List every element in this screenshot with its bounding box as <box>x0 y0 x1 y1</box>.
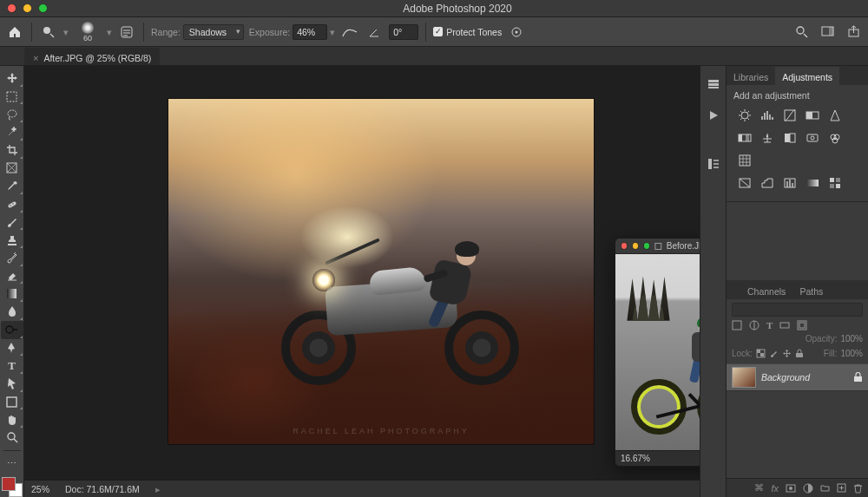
path-select-tool[interactable] <box>1 375 23 393</box>
float-zoom-button[interactable] <box>643 242 650 250</box>
adjustments-panel: Add an adjustment <box>727 85 868 201</box>
tab-libraries[interactable]: Libraries <box>727 67 775 85</box>
tab-channels[interactable]: Channels <box>740 281 792 299</box>
photo-filter-icon[interactable] <box>805 130 820 146</box>
zoom-level[interactable]: 25% <box>31 484 49 494</box>
levels-icon[interactable] <box>760 108 775 123</box>
window-close-button[interactable] <box>7 3 16 13</box>
brush-tool[interactable] <box>1 213 23 232</box>
svg-rect-28 <box>739 134 742 141</box>
exposure-field[interactable]: 46% <box>293 24 327 40</box>
filter-shape-icon[interactable] <box>779 320 790 330</box>
pen-tool[interactable] <box>1 339 23 357</box>
search-icon[interactable] <box>792 23 811 42</box>
gradient-tool[interactable] <box>1 284 23 303</box>
document-tab[interactable]: × After.JPG @ 25% (RGB/8) <box>24 48 160 65</box>
new-layer-icon[interactable] <box>837 483 846 493</box>
group-icon[interactable] <box>820 483 830 493</box>
lock-all-icon[interactable] <box>795 349 804 358</box>
adj-layer-icon[interactable] <box>803 483 813 494</box>
window-zoom-button[interactable] <box>38 3 48 13</box>
frame-tool[interactable] <box>1 160 23 178</box>
window-minimize-button[interactable] <box>23 3 32 13</box>
invert-icon[interactable] <box>737 175 753 191</box>
type-tool[interactable]: T <box>1 356 23 375</box>
mask-icon[interactable] <box>786 483 796 494</box>
eyedropper-tool[interactable] <box>1 177 23 195</box>
layer-thumbnail[interactable] <box>732 367 756 388</box>
lock-paint-icon[interactable] <box>769 349 779 358</box>
zoom-tool[interactable] <box>1 428 23 447</box>
floating-window-titlebar[interactable]: Before.JPG @ 16.7% (RGB/... <box>615 239 700 254</box>
dodge-tool[interactable] <box>1 321 23 339</box>
color-balance-icon[interactable] <box>760 130 775 146</box>
color-lookup-icon[interactable] <box>737 153 753 168</box>
curves-icon[interactable] <box>782 108 798 123</box>
filter-adj-icon[interactable] <box>749 320 760 330</box>
filter-type-icon[interactable]: T <box>766 320 773 330</box>
trash-icon[interactable] <box>853 483 863 494</box>
marquee-tool[interactable] <box>1 88 23 106</box>
tab-layers-hidden[interactable] <box>727 291 740 299</box>
close-tab-icon[interactable]: × <box>33 53 38 63</box>
brightness-contrast-icon[interactable] <box>737 108 753 123</box>
svg-rect-53 <box>760 353 764 356</box>
airbrush-icon[interactable] <box>340 23 359 42</box>
share-icon[interactable] <box>844 23 863 42</box>
svg-rect-54 <box>796 353 803 357</box>
brush-preview[interactable]: 60 <box>74 20 102 44</box>
angle-field[interactable]: 0° <box>389 24 418 40</box>
posterize-icon[interactable] <box>760 175 775 191</box>
heal-tool[interactable] <box>1 195 23 213</box>
crop-tool[interactable] <box>1 141 23 160</box>
lock-position-icon[interactable] <box>782 349 792 358</box>
tool-preset-picker[interactable] <box>39 23 58 42</box>
history-panel-icon[interactable] <box>702 73 725 95</box>
pressure-icon[interactable] <box>507 23 526 42</box>
bw-icon[interactable] <box>782 130 798 146</box>
brush-panel-icon[interactable] <box>117 23 136 42</box>
move-tool[interactable] <box>1 69 23 88</box>
watermark-text: RACHEL LEAH PHOTOGRAPHY <box>168 427 594 435</box>
lock-transparent-icon[interactable] <box>756 349 766 358</box>
lasso-tool[interactable] <box>1 105 23 123</box>
gradient-map-icon[interactable] <box>805 175 820 191</box>
layer-row-background[interactable]: Background <box>727 363 868 391</box>
lock-icon[interactable] <box>853 372 863 383</box>
color-swatch[interactable] <box>2 477 23 497</box>
float-close-button[interactable] <box>621 242 628 250</box>
channel-mixer-icon[interactable] <box>827 130 843 146</box>
svg-rect-38 <box>740 155 750 166</box>
blur-tool[interactable] <box>1 303 23 321</box>
filter-smart-icon[interactable] <box>797 320 807 330</box>
stamp-tool[interactable] <box>1 231 23 249</box>
blend-mode-dropdown[interactable] <box>732 303 863 317</box>
filter-pixel-icon[interactable] <box>732 320 742 330</box>
fx-icon[interactable]: fx <box>771 483 779 494</box>
selective-color-icon[interactable] <box>827 175 843 191</box>
wand-tool[interactable] <box>1 123 23 141</box>
add-adjustment-label: Add an adjustment <box>733 90 861 101</box>
exposure-adj-icon[interactable] <box>805 108 820 123</box>
shape-tool[interactable] <box>1 393 23 411</box>
edit-toolbar-icon[interactable]: ⋯ <box>1 454 23 473</box>
actions-panel-icon[interactable] <box>702 104 725 127</box>
history-brush-tool[interactable] <box>1 249 23 267</box>
link-layers-icon[interactable]: ⌘ <box>754 482 764 494</box>
canvas-area[interactable]: RACHEL LEAH PHOTOGRAPHY Before.JPG @ 16.… <box>24 66 700 497</box>
vibrance-icon[interactable] <box>827 108 843 123</box>
float-minimize-button[interactable] <box>632 242 639 250</box>
workspace-icon[interactable] <box>818 23 837 42</box>
floating-document-window[interactable]: Before.JPG @ 16.7% (RGB/... <box>615 238 700 467</box>
range-dropdown[interactable]: Shadows <box>183 24 244 40</box>
hand-tool[interactable] <box>1 410 23 428</box>
properties-panel-icon[interactable] <box>702 153 725 175</box>
floating-document-image <box>615 254 700 450</box>
home-button[interactable] <box>5 23 24 42</box>
eraser-tool[interactable] <box>1 267 23 285</box>
protect-tones-checkbox[interactable]: ✓ Protect Tones <box>433 27 502 37</box>
tab-paths[interactable]: Paths <box>792 281 830 299</box>
hue-sat-icon[interactable] <box>737 130 753 146</box>
threshold-icon[interactable] <box>782 175 798 191</box>
tab-adjustments[interactable]: Adjustments <box>775 67 839 85</box>
